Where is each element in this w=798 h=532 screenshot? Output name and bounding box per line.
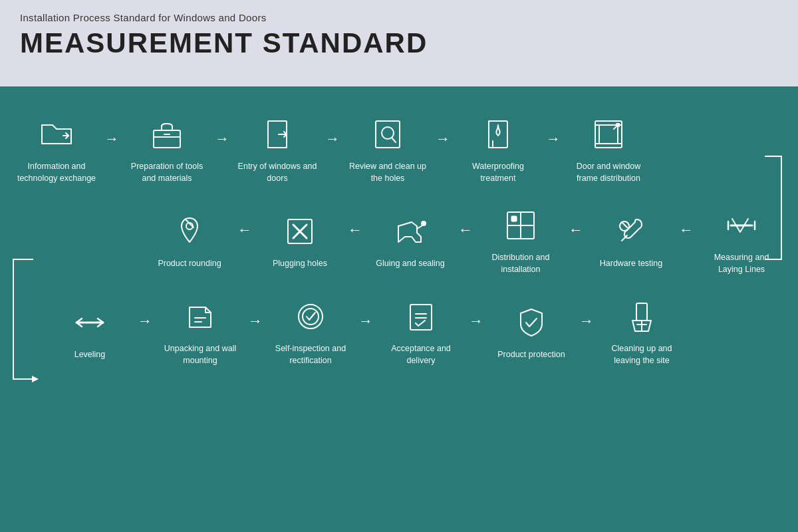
- arrow-13: →: [354, 313, 378, 330]
- arrow-9: ←: [343, 221, 367, 239]
- main-content: Information and technology exchange → Pr…: [0, 86, 798, 532]
- step-label-unpacking: Unpacking and wall mounting: [160, 343, 240, 366]
- grid-install-icon: [499, 204, 542, 247]
- step-measuring: Measuring and Laying Lines: [698, 204, 785, 275]
- step-plugging: Plugging holes: [257, 210, 343, 270]
- step-label-plugging: Plugging holes: [260, 258, 340, 270]
- header-subtitle: Installation Process Standard for Window…: [20, 12, 778, 23]
- step-review-holes: Review and clean up the holes: [344, 113, 431, 184]
- measure-icon: [720, 204, 763, 247]
- magnify-icon: [366, 113, 409, 156]
- svg-rect-7: [376, 121, 400, 148]
- svg-point-36: [303, 309, 319, 325]
- door-entry-icon: [256, 113, 299, 156]
- step-tools-prep: Preparation of tools and materials: [124, 113, 210, 184]
- step-label-entry-windows: Entry of windows and doors: [237, 161, 317, 184]
- step-hardware: Hardware testing: [588, 210, 674, 270]
- step-acceptance: Acceptance and delivery: [378, 295, 464, 366]
- step-unpacking: Unpacking and wall mounting: [157, 295, 243, 366]
- folder-share-icon: [35, 113, 78, 156]
- unpack-icon: [179, 295, 221, 338]
- page-header: Installation Process Standard for Window…: [0, 0, 798, 86]
- step-self-inspect: Self-inspection and rectification: [267, 295, 354, 366]
- glue-gun-icon: [389, 210, 432, 253]
- svg-rect-40: [636, 303, 647, 321]
- step-label-measuring: Measuring and Laying Lines: [702, 252, 781, 275]
- svg-marker-0: [32, 376, 39, 382]
- step-label-cleanup: Cleaning up and leaving the site: [602, 343, 682, 366]
- arrow-15: →: [575, 313, 598, 330]
- pin-icon: [168, 210, 211, 253]
- step-cleanup: Cleaning up and leaving the site: [598, 295, 685, 366]
- arrow-4: →: [431, 130, 455, 148]
- step-gluing: Gluing and sealing: [367, 210, 454, 270]
- step-protection: Product protection: [488, 301, 575, 361]
- arrow-6: ←: [674, 221, 698, 239]
- step-frame-dist: Door and window frame distribution: [565, 113, 652, 184]
- arrow-10: ←: [233, 221, 257, 239]
- step-label-frame-dist: Door and window frame distribution: [569, 161, 648, 184]
- arrow-2: →: [210, 130, 234, 148]
- flow-row-2: Measuring and Laying Lines ← Hardware te…: [7, 204, 785, 275]
- step-distribution: Distribution and installation: [477, 204, 564, 275]
- svg-rect-27: [511, 216, 517, 221]
- step-label-waterproofing: Waterproofing treatment: [458, 161, 538, 184]
- header-title: MEASUREMENT STANDARD: [20, 27, 778, 59]
- arrow-14: →: [464, 313, 488, 330]
- waterproof-icon: [477, 113, 519, 156]
- step-info-exchange: Information and technology exchange: [13, 113, 100, 184]
- step-label-info-exchange: Information and technology exchange: [17, 161, 96, 184]
- arrow-11: →: [133, 313, 157, 330]
- plug-hole-icon: [279, 210, 321, 253]
- wrench-icon: [610, 210, 652, 253]
- step-rounding: Product rounding: [146, 210, 233, 270]
- step-label-self-inspect: Self-inspection and rectification: [271, 343, 350, 366]
- step-label-hardware: Hardware testing: [591, 258, 671, 270]
- accept-icon: [400, 295, 442, 338]
- step-leveling: Leveling: [47, 301, 133, 361]
- level-icon: [68, 301, 111, 344]
- svg-rect-2: [154, 130, 180, 148]
- flow-row-3: Leveling → Unpacking and wall mounting →: [47, 295, 791, 366]
- step-waterproofing: Waterproofing treatment: [455, 113, 541, 184]
- shield-icon: [510, 301, 553, 344]
- step-label-gluing: Gluing and sealing: [370, 258, 450, 270]
- step-entry-windows: Entry of windows and doors: [234, 113, 321, 184]
- step-label-leveling: Leveling: [50, 349, 130, 361]
- step-label-acceptance: Acceptance and delivery: [381, 343, 461, 366]
- arrow-3: →: [321, 130, 344, 148]
- flow-row-1: Information and technology exchange → Pr…: [13, 113, 791, 184]
- arrow-12: →: [243, 313, 267, 330]
- step-label-distribution: Distribution and installation: [481, 252, 561, 275]
- toolbox-icon: [146, 113, 188, 156]
- step-label-review-holes: Review and clean up the holes: [348, 161, 428, 184]
- arrow-1: →: [100, 130, 124, 148]
- step-label-rounding: Product rounding: [150, 258, 229, 270]
- svg-line-9: [392, 138, 396, 142]
- inspect-icon: [289, 295, 332, 338]
- step-label-protection: Product protection: [491, 349, 571, 361]
- step-label-tools-prep: Preparation of tools and materials: [127, 161, 207, 184]
- arrow-7: ←: [564, 221, 588, 239]
- broom-icon: [620, 295, 663, 338]
- arrow-8: ←: [454, 221, 477, 239]
- arrow-5: →: [541, 130, 565, 148]
- svg-point-29: [422, 221, 426, 225]
- frame-dist-icon: [587, 113, 630, 156]
- svg-line-23: [622, 222, 627, 227]
- svg-point-22: [620, 221, 629, 231]
